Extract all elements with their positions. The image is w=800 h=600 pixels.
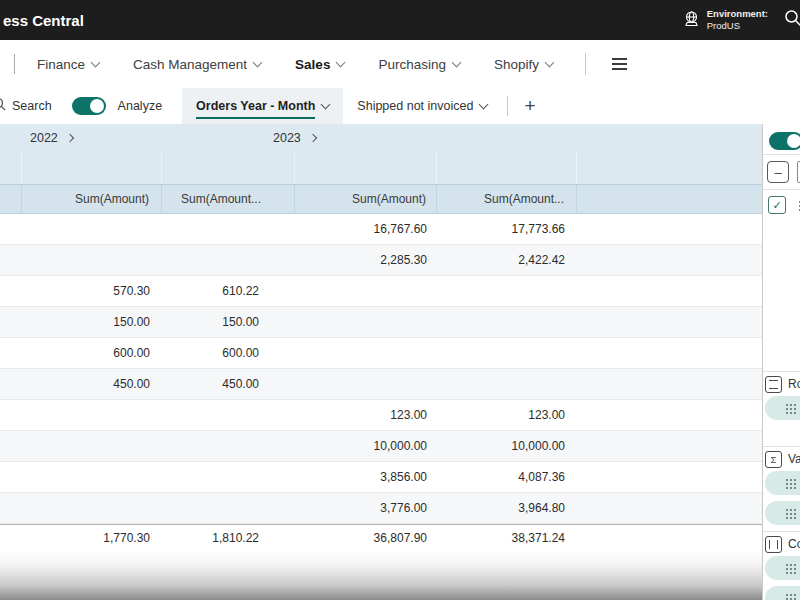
- table-cell[interactable]: [22, 493, 162, 523]
- analysis-tabs: Orders Year - Month Shipped not invoiced…: [182, 88, 545, 124]
- chevron-right-icon[interactable]: [309, 134, 317, 142]
- table-cell[interactable]: 450.00: [22, 369, 162, 399]
- field-chip[interactable]: [765, 471, 800, 495]
- table-cell[interactable]: 150.00: [22, 307, 162, 337]
- field-chip[interactable]: [765, 556, 800, 580]
- table-cell[interactable]: 570.30: [22, 276, 162, 306]
- column-header[interactable]: Sum(Amount): [22, 185, 162, 213]
- nav-item-purchasing[interactable]: Purchasing: [378, 57, 460, 72]
- table-cell[interactable]: 610.22: [162, 276, 295, 306]
- chevron-down-icon[interactable]: [479, 100, 489, 110]
- total-cell[interactable]: 1,810.22: [162, 525, 295, 552]
- table-cell[interactable]: 450.00: [162, 369, 295, 399]
- chevron-down-icon: [545, 58, 555, 68]
- table-cell[interactable]: [295, 276, 437, 306]
- drag-handle-icon[interactable]: [785, 403, 798, 414]
- chevron-down-icon: [451, 58, 461, 68]
- collapse-all-button[interactable]: –: [767, 161, 789, 183]
- table-cell[interactable]: 123.00: [437, 400, 577, 430]
- table-cell[interactable]: [22, 462, 162, 492]
- table-cell[interactable]: [162, 214, 295, 244]
- year-group-2023[interactable]: 2023: [265, 131, 762, 145]
- column-header[interactable]: Sum(Amount...: [437, 185, 577, 213]
- nav-item-sales[interactable]: Sales: [295, 57, 344, 72]
- environment-indicator[interactable]: Environment: ProdUS: [683, 8, 768, 32]
- nav-item-cash-management[interactable]: Cash Management: [133, 57, 261, 72]
- search-icon[interactable]: [782, 7, 800, 33]
- total-cell[interactable]: 36,807.90: [295, 525, 437, 552]
- total-row: 1,770.301,810.2236,807.9038,371.24: [0, 524, 762, 551]
- table-cell[interactable]: [295, 307, 437, 337]
- total-cell[interactable]: 1,770.30: [22, 525, 162, 552]
- year-group-header-row: 2022 2023: [0, 124, 762, 152]
- drag-handle-icon[interactable]: [785, 508, 798, 519]
- table-cell[interactable]: [437, 307, 577, 337]
- table-cell[interactable]: 2,422.42: [437, 245, 577, 275]
- table-cell[interactable]: 16,767.60: [295, 214, 437, 244]
- table-cell[interactable]: [437, 276, 577, 306]
- table-cell[interactable]: [295, 369, 437, 399]
- globe-icon: [683, 10, 700, 31]
- table-cell[interactable]: [22, 245, 162, 275]
- table-cell[interactable]: 3,964.80: [437, 493, 577, 523]
- table-cell[interactable]: 10,000.00: [437, 431, 577, 461]
- analyze-toggle[interactable]: [72, 97, 106, 115]
- column-header[interactable]: Sum(Amount): [295, 185, 437, 213]
- table-row: 570.30610.22: [0, 276, 762, 307]
- table-cell[interactable]: 600.00: [162, 338, 295, 368]
- tab-orders-year-month[interactable]: Orders Year - Month: [182, 88, 343, 124]
- field-chip[interactable]: [765, 396, 800, 420]
- field-chip[interactable]: [765, 501, 800, 525]
- search-label[interactable]: Search: [12, 99, 52, 113]
- table-row: 10,000.0010,000.00: [0, 431, 762, 462]
- toggle-knob: [787, 134, 800, 148]
- column-header[interactable]: Sum(Amount...: [162, 185, 295, 213]
- chevron-down-icon[interactable]: [321, 100, 331, 110]
- table-cell[interactable]: [162, 462, 295, 492]
- table-cell[interactable]: 17,773.66: [437, 214, 577, 244]
- table-row: 16,767.6017,773.66: [0, 214, 762, 245]
- table-cell[interactable]: 600.00: [22, 338, 162, 368]
- analyze-toolbar: Search Analyze Orders Year - Month Shipp…: [0, 88, 800, 124]
- field-chip[interactable]: [765, 586, 800, 600]
- top-bar: ess Central Environment: ProdUS: [0, 0, 800, 40]
- chevron-down-icon: [253, 58, 263, 68]
- panel-toggle[interactable]: [769, 132, 800, 150]
- table-row: 3,776.003,964.80: [0, 493, 762, 524]
- table-cell[interactable]: [162, 431, 295, 461]
- table-cell[interactable]: [295, 338, 437, 368]
- nav-item-finance[interactable]: Finance: [37, 57, 99, 72]
- hamburger-menu-icon[interactable]: [612, 58, 627, 69]
- table-cell[interactable]: [437, 369, 577, 399]
- drag-handle-icon[interactable]: [785, 478, 798, 489]
- nav-item-shopify[interactable]: Shopify: [494, 57, 553, 72]
- table-cell[interactable]: [22, 431, 162, 461]
- section-label: Columns: [788, 537, 800, 551]
- magnifier-icon[interactable]: [0, 96, 7, 116]
- field-checkbox[interactable]: ✓: [768, 196, 786, 214]
- table-cell[interactable]: 150.00: [162, 307, 295, 337]
- add-analysis-tab-button[interactable]: +: [514, 88, 545, 124]
- app-title: ess Central: [3, 12, 84, 29]
- table-cell[interactable]: [437, 338, 577, 368]
- table-cell[interactable]: [162, 245, 295, 275]
- table-cell[interactable]: [22, 400, 162, 430]
- drag-handle-icon[interactable]: [785, 593, 798, 600]
- drag-handle-icon[interactable]: [785, 563, 798, 574]
- table-cell[interactable]: 123.00: [295, 400, 437, 430]
- table-cell[interactable]: 4,087.36: [437, 462, 577, 492]
- table-cell[interactable]: 2,285.30: [295, 245, 437, 275]
- table-cell[interactable]: [162, 493, 295, 523]
- table-cell[interactable]: [22, 214, 162, 244]
- table-cell[interactable]: [162, 400, 295, 430]
- panel-section-values: ΣValues: [763, 446, 800, 525]
- total-cell[interactable]: 38,371.24: [437, 525, 577, 552]
- table-cell[interactable]: 3,776.00: [295, 493, 437, 523]
- table-cell[interactable]: 3,856.00: [295, 462, 437, 492]
- table-cell[interactable]: 10,000.00: [295, 431, 437, 461]
- tab-shipped-not-invoiced[interactable]: Shipped not invoiced: [343, 88, 501, 124]
- section-label: Values: [788, 452, 800, 466]
- chevron-down-icon: [336, 58, 346, 68]
- year-group-2022[interactable]: 2022: [22, 131, 265, 145]
- chevron-right-icon[interactable]: [66, 134, 74, 142]
